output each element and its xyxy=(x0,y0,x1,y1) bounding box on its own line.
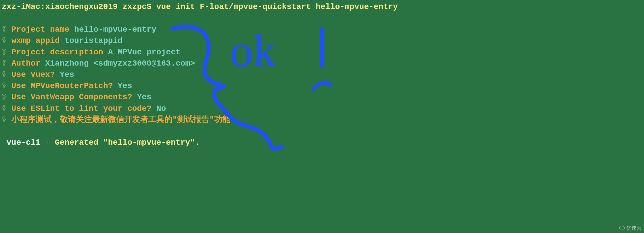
question-mark-icon: ? xyxy=(2,81,7,90)
question-mark-icon: ? xyxy=(2,36,7,45)
prompt-label: wxmp appid xyxy=(12,36,60,45)
prompt-value: touristappid xyxy=(64,36,122,45)
prompt-value: Yes xyxy=(118,81,132,90)
generated-message: Generated "hello-mpvue-entry". xyxy=(55,138,200,147)
prompt-row: ? Use ESLint to lint your code? No xyxy=(2,103,642,114)
question-mark-icon: ? xyxy=(2,115,7,124)
question-mark-icon: ? xyxy=(2,93,7,102)
prompt-value: Yes xyxy=(60,70,74,79)
prompt-value: Yes xyxy=(137,93,152,102)
prompt-label: Use Vuex? xyxy=(12,70,55,79)
prompt-label: Project name xyxy=(12,25,70,34)
notice-line: ? 小程序测试，敬请关注最新微信开发者工具的"测试报告"功能 xyxy=(2,114,642,125)
watermark: 亿速云 xyxy=(619,225,642,232)
prompt-list: ? Project name hello-mpvue-entry? wxmp a… xyxy=(2,24,642,114)
prompt-label: Use VantWeapp Components? xyxy=(12,93,132,102)
question-mark-icon: ? xyxy=(2,59,7,68)
question-mark-icon: ? xyxy=(2,25,7,34)
prompt-label: Use MPVueRouterPatch? xyxy=(12,81,113,90)
prompt-row: ? wxmp appid touristappid xyxy=(2,35,642,46)
prompt-value: Xianzhong <sdmyzxz3000@163.com> xyxy=(45,59,195,68)
watermark-text: 亿速云 xyxy=(626,225,642,232)
prompt-row: ? Use VantWeapp Components? Yes xyxy=(2,91,642,103)
prompt-row: ? Project name hello-mpvue-entry xyxy=(2,24,642,35)
prompt-label: Author xyxy=(12,59,41,68)
question-mark-icon: ? xyxy=(2,48,7,57)
question-mark-icon: ? xyxy=(2,104,7,113)
prompt-value: A MPVue project xyxy=(108,48,181,57)
prompt-label: Use ESLint to lint your code? xyxy=(12,104,152,113)
prompt-row: ? Use MPVueRouterPatch? Yes xyxy=(2,80,642,91)
cloud-icon xyxy=(619,226,625,230)
command-line: zxz-iMac:xiaochengxu2019 zxzpc$ vue init… xyxy=(2,1,642,12)
tool-name: vue-cli xyxy=(7,138,41,147)
prompt-row: ? Project description A MPVue project xyxy=(2,47,642,58)
separator-dot-icon: · xyxy=(45,138,50,147)
prompt-value: hello-mpvue-entry xyxy=(74,25,156,34)
generated-line: vue-cli · Generated "hello-mpvue-entry". xyxy=(2,137,642,148)
prompt-row: ? Author Xianzhong <sdmyzxz3000@163.com> xyxy=(2,58,642,69)
notice-text: 小程序测试，敬请关注最新微信开发者工具的"测试报告"功能 xyxy=(12,115,231,124)
question-mark-icon: ? xyxy=(2,70,7,79)
prompt-value: No xyxy=(156,104,166,113)
prompt-label: Project description xyxy=(12,48,103,57)
prompt-row: ? Use Vuex? Yes xyxy=(2,69,642,80)
